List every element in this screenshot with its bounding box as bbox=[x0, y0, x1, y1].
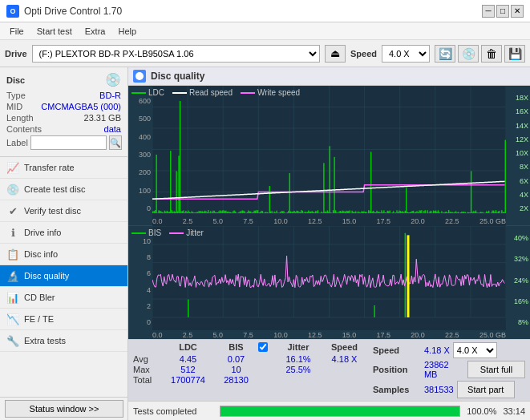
sidebar-item-verify-test-disc[interactable]: ✔ Verify test disc bbox=[0, 200, 127, 222]
disc-label: Disc bbox=[6, 75, 25, 85]
create-test-disc-icon: 💿 bbox=[6, 183, 19, 196]
drive-select[interactable]: (F:) PLEXTOR BD-R PX-LB950SA 1.06 bbox=[32, 45, 320, 63]
menu-file[interactable]: File bbox=[3, 25, 30, 38]
time-text: 33:14 bbox=[503, 406, 525, 416]
lower-right-axis: 40% 32% 24% 16% 8% bbox=[506, 234, 530, 326]
extra-tests-icon: 🔧 bbox=[6, 334, 19, 347]
upper-rx-14: 14X bbox=[516, 122, 528, 130]
disc-info-icon: 📋 bbox=[6, 248, 19, 260]
speed-select[interactable]: 4.0 X bbox=[382, 45, 430, 63]
total-label: Total bbox=[133, 375, 162, 385]
stats-header-row: LDC BIS Jitter Speed bbox=[133, 342, 366, 353]
ldc-legend-line bbox=[131, 92, 146, 94]
menu-start-test[interactable]: Start test bbox=[30, 25, 79, 38]
lower-rx-40: 40% bbox=[514, 234, 528, 242]
disc-contents-row: Contents data bbox=[6, 124, 121, 134]
max-jitter: 25.5% bbox=[274, 365, 322, 374]
lower-y-10: 10 bbox=[143, 237, 151, 245]
upper-rx-4: 4X bbox=[520, 191, 528, 199]
max-bis: 10 bbox=[214, 365, 258, 374]
lower-x-0: 0.0 bbox=[152, 331, 163, 339]
lower-x-10: 10.0 bbox=[273, 331, 288, 339]
menu-help[interactable]: Help bbox=[111, 25, 143, 38]
start-part-button[interactable]: Start part bbox=[457, 381, 515, 398]
jitter-checkbox[interactable] bbox=[258, 342, 268, 352]
sidebar-item-disc-info[interactable]: 📋 Disc info bbox=[0, 244, 127, 265]
sidebar-item-cd-bler[interactable]: 📊 CD Bler bbox=[0, 287, 127, 309]
position-val: 23862 MB bbox=[424, 360, 464, 379]
sidebar-item-drive-info[interactable]: ℹ Drive info bbox=[0, 222, 127, 244]
read-speed-legend: Read speed bbox=[172, 88, 233, 97]
disc-button[interactable]: 💿 bbox=[458, 45, 479, 63]
lower-x-20: 20.0 bbox=[411, 331, 425, 339]
upper-rx-12: 12X bbox=[516, 135, 528, 143]
disc-label-row: Label 🔍 bbox=[6, 135, 121, 150]
total-ldc: 1700774 bbox=[162, 375, 214, 385]
max-speed-pos bbox=[322, 365, 366, 374]
speed-label: Speed bbox=[350, 49, 377, 59]
dq-header: Disc quality bbox=[128, 67, 530, 86]
bis-header: BIS bbox=[214, 342, 258, 353]
maximize-button[interactable]: □ bbox=[496, 5, 509, 18]
label-search-button[interactable]: 🔍 bbox=[109, 135, 122, 150]
write-speed-legend-line bbox=[241, 92, 255, 94]
verify-test-disc-icon: ✔ bbox=[6, 204, 19, 217]
upper-x-15: 15.0 bbox=[342, 217, 357, 225]
sidebar-item-disc-quality[interactable]: 🔬 Disc quality bbox=[0, 265, 127, 287]
upper-chart-canvas bbox=[152, 86, 506, 226]
lower-y-2: 2 bbox=[147, 302, 151, 310]
svg-point-0 bbox=[136, 72, 144, 80]
disc-mid-row: MID CMCMAGBA5 (000) bbox=[6, 102, 121, 111]
start-full-button[interactable]: Start full bbox=[467, 361, 525, 378]
avg-ldc: 4.45 bbox=[162, 354, 214, 364]
menu-extra[interactable]: Extra bbox=[79, 25, 112, 38]
jitter-legend-line bbox=[169, 232, 184, 234]
write-speed-legend-label: Write speed bbox=[257, 88, 300, 97]
upper-left-axis: 600 500 400 300 200 100 0 bbox=[128, 97, 152, 212]
sidebar-item-extra-tests[interactable]: 🔧 Extra tests bbox=[0, 330, 127, 352]
title-bar: O Opti Drive Control 1.70 ─ □ ✕ bbox=[0, 0, 530, 22]
app-title: Opti Drive Control 1.70 bbox=[24, 6, 122, 17]
progress-bar-fill bbox=[220, 406, 459, 416]
disc-quality-icon: 🔬 bbox=[6, 269, 19, 282]
lower-x-22.5: 22.5 bbox=[445, 331, 459, 339]
label-input[interactable] bbox=[30, 135, 107, 150]
position-label: Position bbox=[373, 365, 421, 374]
refresh-button[interactable]: 🔄 bbox=[435, 45, 455, 63]
lower-x-7.5: 7.5 bbox=[243, 331, 253, 339]
sidebar-item-create-test-disc[interactable]: 💿 Create test disc bbox=[0, 179, 127, 200]
erase-button[interactable]: 🗑 bbox=[481, 45, 502, 63]
sidebar-item-transfer-rate[interactable]: 📈 Transfer rate bbox=[0, 157, 127, 179]
content-area: Disc quality LDC Read speed Wri bbox=[128, 67, 530, 420]
bottom-status-bar: Tests completed 100.0% 33:14 bbox=[128, 401, 530, 420]
sidebar-item-fe-te[interactable]: 📉 FE / TE bbox=[0, 309, 127, 330]
lower-x-12.5: 12.5 bbox=[308, 331, 322, 339]
upper-y-300: 300 bbox=[139, 151, 151, 159]
avg-jitter: 16.1% bbox=[274, 354, 322, 364]
lower-rx-16: 16% bbox=[514, 297, 528, 305]
upper-chart: LDC Read speed Write speed 600 500 bbox=[128, 86, 530, 226]
disc-info-label: Disc info bbox=[24, 249, 58, 259]
drive-info-label: Drive info bbox=[24, 228, 61, 237]
close-button[interactable]: ✕ bbox=[511, 5, 524, 18]
length-val: 23.31 GB bbox=[84, 113, 121, 123]
speed-dropdown[interactable]: 4.0 X bbox=[453, 342, 497, 358]
ldc-legend-label: LDC bbox=[148, 88, 164, 97]
total-empty bbox=[258, 375, 274, 385]
length-key: Length bbox=[6, 113, 34, 123]
extra-tests-label: Extra tests bbox=[24, 336, 66, 345]
upper-right-axis: 18X 16X 14X 12X 10X 8X 6X 4X 2X bbox=[506, 94, 530, 212]
mid-val: CMCMAGBA5 (000) bbox=[41, 102, 121, 111]
eject-button[interactable]: ⏏ bbox=[325, 45, 346, 63]
avg-label: Avg bbox=[133, 354, 162, 364]
cd-bler-label: CD Bler bbox=[24, 293, 55, 302]
speed-row: Speed 4.18 X 4.0 X bbox=[373, 342, 525, 358]
verify-test-disc-label: Verify test disc bbox=[24, 206, 81, 216]
upper-x-10: 10.0 bbox=[273, 217, 288, 225]
save-button[interactable]: 💾 bbox=[504, 45, 525, 63]
status-window-button[interactable]: Status window >> bbox=[5, 400, 123, 418]
stats-avg-row: Avg 4.45 0.07 16.1% 4.18 X bbox=[133, 354, 366, 364]
avg-speed: 4.18 X bbox=[322, 354, 366, 364]
minimize-button[interactable]: ─ bbox=[482, 5, 495, 18]
upper-rx-8: 8X bbox=[520, 163, 528, 171]
